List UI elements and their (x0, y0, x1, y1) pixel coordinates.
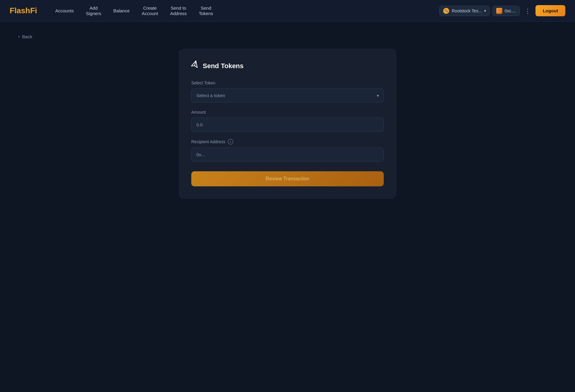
review-transaction-button[interactable]: Review Transaction (191, 171, 384, 186)
nav-links: Accounts AddSigners Balance CreateAccoun… (49, 5, 437, 16)
main-content: ‹ Back Send Tokens Select Token Select a… (0, 22, 575, 211)
address-selector[interactable]: 🦊 0xc.... (492, 6, 520, 16)
nav-send-tokens[interactable]: SendTokens (193, 5, 219, 16)
more-options-button[interactable]: ⋮ (522, 6, 533, 16)
back-button[interactable]: ‹ Back (18, 34, 557, 39)
network-selector[interactable]: 🐾 Rootstock Tes... ▾ (439, 6, 490, 16)
chevron-down-icon: ▾ (484, 9, 486, 13)
address-icon: 🦊 (496, 8, 502, 14)
recipient-label: Recipient Address (191, 139, 225, 144)
app-logo: FlashFi (10, 6, 37, 15)
nav-balance[interactable]: Balance (107, 8, 136, 14)
network-icon: 🐾 (443, 8, 449, 14)
card-header: Send Tokens (191, 61, 384, 71)
logout-button[interactable]: Logout (535, 5, 565, 16)
select-token-wrapper: Select a token ▾ (191, 88, 384, 103)
recipient-input[interactable] (191, 147, 384, 162)
recipient-label-row: Recipient Address i (191, 139, 384, 144)
token-select[interactable]: Select a token (191, 88, 384, 103)
amount-input[interactable] (191, 118, 384, 132)
nav-accounts[interactable]: Accounts (49, 8, 80, 14)
send-tokens-card: Send Tokens Select Token Select a token … (179, 49, 396, 199)
nav-right: 🐾 Rootstock Tes... ▾ 🦊 0xc.... ⋮ Logout (439, 5, 565, 16)
select-token-group: Select Token Select a token ▾ (191, 81, 384, 103)
send-icon (189, 60, 201, 72)
nav-add-signers[interactable]: AddSigners (80, 5, 107, 16)
card-title: Send Tokens (203, 62, 243, 70)
back-arrow-icon: ‹ (18, 34, 20, 39)
recipient-info-icon[interactable]: i (228, 139, 233, 144)
amount-label: Amount (191, 110, 384, 115)
nav-create-account[interactable]: CreateAccount (136, 5, 164, 16)
recipient-group: Recipient Address i (191, 139, 384, 162)
navbar: FlashFi Accounts AddSigners Balance Crea… (0, 0, 575, 22)
select-token-label: Select Token (191, 81, 384, 85)
network-label: Rootstock Tes... (452, 8, 481, 13)
address-label: 0xc.... (505, 8, 516, 13)
back-label: Back (22, 34, 32, 39)
amount-group: Amount (191, 110, 384, 132)
nav-send-to-address[interactable]: Send toAddress (164, 5, 193, 16)
